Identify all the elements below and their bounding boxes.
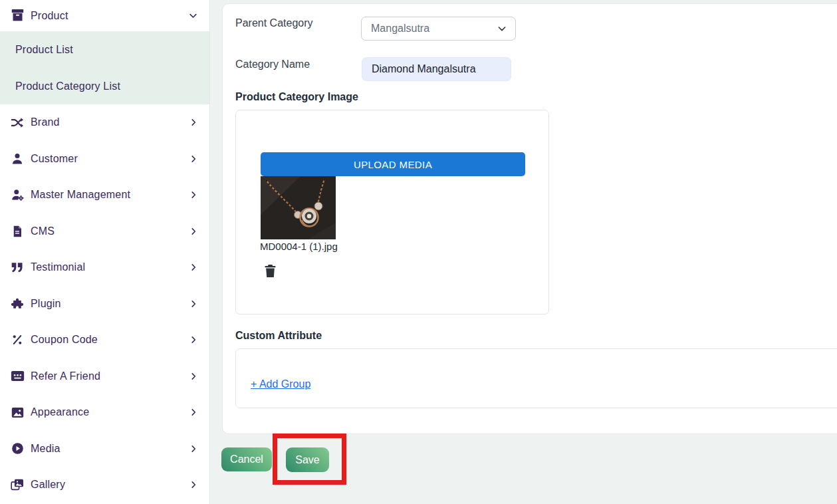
sidebar-item-coupon-code[interactable]: Coupon Code — [0, 322, 209, 358]
chevron-right-icon — [189, 335, 198, 344]
uploaded-image-thumbnail — [261, 176, 336, 239]
media-upload-box: UPLOAD MEDIA MD0004-1 (1).jpg — [235, 110, 549, 315]
image-icon — [9, 404, 25, 420]
category-name-label: Category Name — [235, 59, 310, 70]
parent-category-label: Parent Category — [235, 17, 313, 29]
sidebar-item-label: Customer — [31, 153, 78, 165]
play-circle-icon — [9, 441, 25, 457]
chevron-right-icon — [189, 154, 198, 164]
person-icon — [9, 151, 25, 167]
sidebar-item-label: Appearance — [31, 406, 89, 418]
product-submenu: Product List Product Category List — [0, 31, 209, 104]
delete-icon[interactable] — [262, 264, 278, 280]
sidebar-item-master-management[interactable]: Master Management — [0, 177, 209, 213]
sidebar-item-label: Media — [31, 443, 60, 455]
sidebar-item-plugin[interactable]: Plugin — [0, 286, 209, 322]
sidebar-item-label: Coupon Code — [31, 334, 98, 346]
puzzle-icon — [9, 296, 25, 312]
chevron-right-icon — [189, 299, 198, 309]
sidebar-item-label: Testimonial — [31, 261, 85, 273]
submenu-item-label: Product List — [15, 44, 73, 56]
save-button[interactable]: Save — [286, 447, 329, 472]
chevron-down-icon — [497, 23, 507, 34]
sidebar-item-gallery[interactable]: Gallery — [0, 467, 209, 503]
quote-icon — [9, 259, 25, 275]
sidebar-item-testimonial[interactable]: Testimonial — [0, 249, 209, 286]
chevron-down-icon — [188, 11, 198, 21]
chevron-right-icon — [189, 444, 198, 453]
sidebar-item-label: Gallery — [31, 479, 65, 491]
shuffle-icon — [9, 114, 25, 130]
sidebar: Product Product List Product Category Li… — [0, 0, 210, 504]
category-form-card: Parent Category Mangalsutra Category Nam… — [222, 3, 837, 434]
chevron-right-icon — [189, 372, 198, 381]
cancel-button[interactable]: Cancel — [221, 447, 272, 471]
submenu-item-label: Product Category List — [15, 80, 120, 92]
sidebar-item-brand[interactable]: Brand — [0, 104, 209, 141]
custom-attribute-title: Custom Attribute — [235, 330, 322, 342]
chevron-right-icon — [189, 408, 198, 417]
chevron-right-icon — [189, 227, 198, 236]
parent-category-selected-value: Mangalsutra — [371, 23, 429, 35]
person-gear-icon — [9, 187, 25, 203]
chevron-right-icon — [189, 480, 198, 489]
sidebar-item-label: Master Management — [31, 189, 130, 201]
sidebar-item-cms[interactable]: CMS — [0, 213, 209, 250]
document-icon — [9, 223, 25, 239]
referral-card-icon — [9, 368, 25, 384]
chevron-right-icon — [189, 118, 198, 127]
sidebar-item-appearance[interactable]: Appearance — [0, 394, 209, 431]
sidebar-item-media[interactable]: Media — [0, 431, 209, 467]
parent-category-select[interactable]: Mangalsutra — [361, 17, 516, 41]
sidebar-item-label: Brand — [31, 116, 60, 128]
add-group-link[interactable]: + Add Group — [251, 378, 310, 390]
sidebar-item-label: Product — [31, 10, 68, 22]
sidebar-item-label: CMS — [31, 225, 55, 237]
sidebar-item-product-list[interactable]: Product List — [0, 31, 209, 68]
custom-attribute-box: + Add Group — [235, 348, 837, 408]
sidebar-item-label: Refer A Friend — [31, 370, 100, 382]
image-section-title: Product Category Image — [235, 91, 358, 103]
chevron-right-icon — [189, 190, 198, 199]
sidebar-item-product-category-list[interactable]: Product Category List — [0, 68, 209, 104]
upload-media-button[interactable]: UPLOAD MEDIA — [261, 152, 525, 176]
uploaded-file-name: MD0004-1 (1).jpg — [260, 241, 338, 252]
category-name-input[interactable] — [362, 57, 511, 81]
sidebar-item-customer[interactable]: Customer — [0, 141, 209, 178]
chevron-right-icon — [189, 263, 198, 272]
sidebar-item-product[interactable]: Product — [0, 0, 209, 31]
sidebar-item-refer-a-friend[interactable]: Refer A Friend — [0, 358, 209, 395]
sidebar-item-label: Plugin — [31, 298, 61, 310]
product-box-icon — [9, 8, 25, 24]
percent-icon — [9, 332, 25, 348]
gallery-icon — [9, 477, 25, 493]
